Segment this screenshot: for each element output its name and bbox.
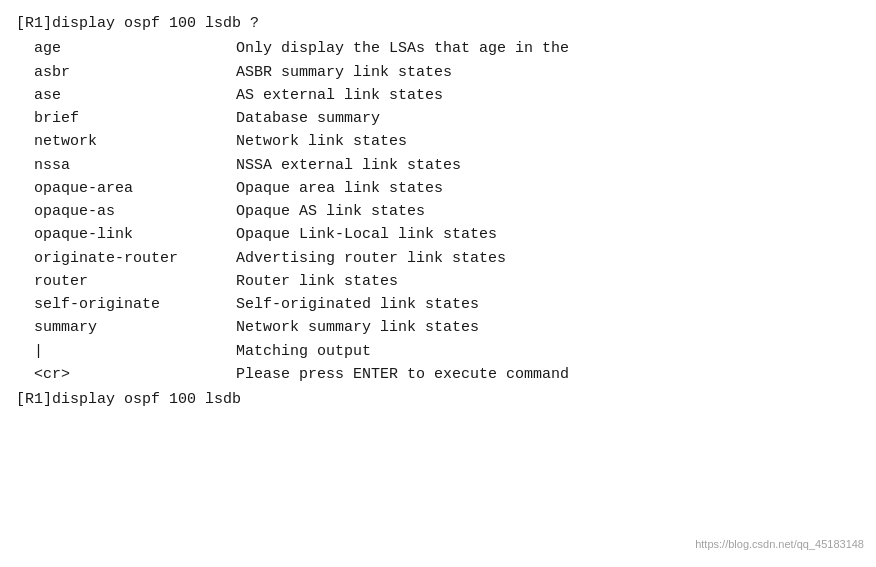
watermark: https://blog.csdn.net/qq_45183148: [695, 536, 864, 553]
cmd-keyword: |: [16, 340, 236, 363]
cmd-keyword: asbr: [16, 61, 236, 84]
cmd-keyword: age: [16, 37, 236, 60]
cmd-keyword: nssa: [16, 154, 236, 177]
bottom-command: [R1]display ospf 100 lsdb: [16, 388, 860, 411]
cmd-keyword: opaque-link: [16, 223, 236, 246]
cmd-description: Please press ENTER to execute command: [236, 363, 569, 386]
cmd-keyword: ase: [16, 84, 236, 107]
help-row: asbr ASBR summary link states: [16, 61, 860, 84]
cmd-description: Network link states: [236, 130, 407, 153]
cmd-keyword: originate-router: [16, 247, 236, 270]
cmd-description: Matching output: [236, 340, 371, 363]
cmd-description: Database summary: [236, 107, 380, 130]
cmd-description: ASBR summary link states: [236, 61, 452, 84]
cmd-description: Opaque Link-Local link states: [236, 223, 497, 246]
help-row: network Network link states: [16, 130, 860, 153]
cmd-keyword: summary: [16, 316, 236, 339]
help-row: <cr> Please press ENTER to execute comma…: [16, 363, 860, 386]
cmd-keyword: brief: [16, 107, 236, 130]
help-row: nssa NSSA external link states: [16, 154, 860, 177]
cmd-description: Only display the LSAs that age in the: [236, 37, 569, 60]
cmd-description: NSSA external link states: [236, 154, 461, 177]
cmd-description: Router link states: [236, 270, 398, 293]
cmd-description: Self-originated link states: [236, 293, 479, 316]
cmd-keyword: opaque-area: [16, 177, 236, 200]
help-row: opaque-area Opaque area link states: [16, 177, 860, 200]
cmd-description: Opaque area link states: [236, 177, 443, 200]
cmd-description: Opaque AS link states: [236, 200, 425, 223]
help-row: age Only display the LSAs that age in th…: [16, 37, 860, 60]
cmd-keyword: network: [16, 130, 236, 153]
cmd-keyword: <cr>: [16, 363, 236, 386]
terminal-container: [R1]display ospf 100 lsdb ? age Only dis…: [0, 0, 876, 567]
cmd-description: Network summary link states: [236, 316, 479, 339]
help-table: age Only display the LSAs that age in th…: [16, 37, 860, 386]
top-command: [R1]display ospf 100 lsdb ?: [16, 12, 860, 35]
help-row: opaque-as Opaque AS link states: [16, 200, 860, 223]
help-row: summary Network summary link states: [16, 316, 860, 339]
help-row: self-originate Self-originated link stat…: [16, 293, 860, 316]
help-row: ase AS external link states: [16, 84, 860, 107]
help-row: router Router link states: [16, 270, 860, 293]
help-row: opaque-link Opaque Link-Local link state…: [16, 223, 860, 246]
help-row: originate-routerAdvertising router link …: [16, 247, 860, 270]
cmd-keyword: self-originate: [16, 293, 236, 316]
help-row: | Matching output: [16, 340, 860, 363]
cmd-description: Advertising router link states: [236, 247, 506, 270]
cmd-description: AS external link states: [236, 84, 443, 107]
cmd-keyword: router: [16, 270, 236, 293]
cmd-keyword: opaque-as: [16, 200, 236, 223]
help-row: brief Database summary: [16, 107, 860, 130]
